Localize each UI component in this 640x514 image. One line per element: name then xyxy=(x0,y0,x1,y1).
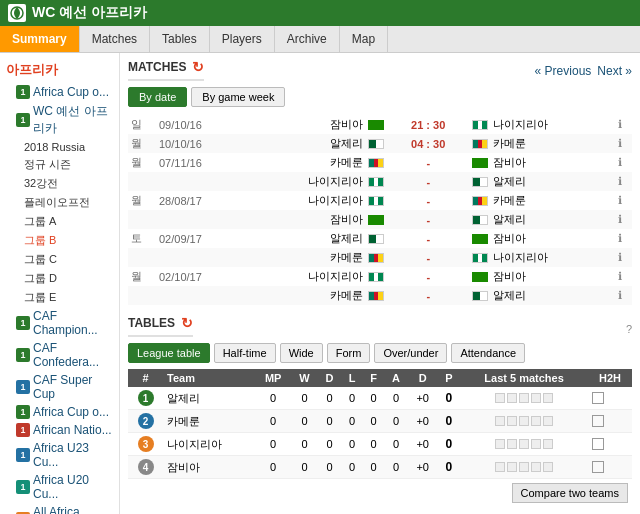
matches-prev-btn[interactable]: « Previous xyxy=(535,64,592,78)
match-away: 잠비아 xyxy=(467,153,607,172)
col-diff: D xyxy=(408,369,438,387)
filter-wide[interactable]: Wide xyxy=(280,343,323,363)
sidebar-item-u20[interactable]: 1 Africa U20 Cu... xyxy=(0,471,119,503)
sidebar-item-africa-cup[interactable]: 1 Africa Cup o... xyxy=(0,83,119,101)
sidebar-label: Africa Cup o... xyxy=(33,405,109,419)
tables-title: TABLES xyxy=(128,316,175,330)
table-row: 4 잠비아 0 0 0 0 0 0 +0 0 xyxy=(128,456,632,479)
flag-zm xyxy=(368,215,384,225)
col-p: P xyxy=(438,369,460,387)
h2h-cell[interactable] xyxy=(588,410,632,433)
sidebar-sub-groupE[interactable]: 그룹 E xyxy=(0,288,119,307)
last5-box xyxy=(495,393,505,403)
match-info-icon[interactable]: ℹ xyxy=(607,191,632,210)
match-info-icon[interactable]: ℹ xyxy=(607,153,632,172)
help-icon[interactable]: ? xyxy=(626,323,632,335)
h2h-checkbox[interactable] xyxy=(592,392,604,404)
mp-cell: 0 xyxy=(255,387,291,410)
sidebar-sub-playoff[interactable]: 플레이오프전 xyxy=(0,193,119,212)
match-home: 카메룬 xyxy=(249,248,389,267)
compare-teams-button[interactable]: Compare two teams xyxy=(512,483,628,503)
filter-form[interactable]: Form xyxy=(327,343,371,363)
nav-matches[interactable]: Matches xyxy=(80,26,150,52)
sidebar-sub-groupD[interactable]: 그룹 D xyxy=(0,269,119,288)
sidebar-item-caf-super[interactable]: 1 CAF Super Cup xyxy=(0,371,119,403)
last5-box xyxy=(507,393,517,403)
matches-section: MATCHES ↻ « Previous Next » By date By g… xyxy=(128,59,632,305)
match-date xyxy=(156,286,249,305)
sidebar-item-allafrica[interactable]: 1 All Africa Games xyxy=(0,503,119,514)
col-d: D xyxy=(318,369,341,387)
match-info-icon[interactable]: ℹ xyxy=(607,115,632,134)
match-info-icon[interactable]: ℹ xyxy=(607,286,632,305)
last5-box xyxy=(543,416,553,426)
match-date xyxy=(156,210,249,229)
h2h-checkbox[interactable] xyxy=(592,461,604,473)
w-cell: 0 xyxy=(291,410,318,433)
nav-summary[interactable]: Summary xyxy=(0,26,80,52)
h2h-checkbox[interactable] xyxy=(592,438,604,450)
match-info-icon[interactable]: ℹ xyxy=(607,210,632,229)
sidebar-item-caf-conf[interactable]: 1 CAF Confedera... xyxy=(0,339,119,371)
match-info-icon[interactable]: ℹ xyxy=(607,229,632,248)
team-cell: 잠비아 xyxy=(163,456,255,479)
sidebar-sub-2018[interactable]: 2018 Russia xyxy=(0,139,119,155)
nav-map[interactable]: Map xyxy=(340,26,388,52)
h2h-cell[interactable] xyxy=(588,387,632,410)
flag-dz xyxy=(472,215,488,225)
sidebar-item-wc[interactable]: 1 WC 예선 아프리카 xyxy=(0,101,119,139)
d-cell: 0 xyxy=(318,410,341,433)
h2h-cell[interactable] xyxy=(588,433,632,456)
rank-badge-3: 3 xyxy=(138,436,154,452)
last5-box xyxy=(519,439,529,449)
matches-next-btn[interactable]: Next » xyxy=(597,64,632,78)
nav-players[interactable]: Players xyxy=(210,26,275,52)
sidebar-sub-season[interactable]: 정규 시즌 xyxy=(0,155,119,174)
filter-overunder[interactable]: Over/under xyxy=(374,343,447,363)
sidebar-sub-groupA[interactable]: 그룹 A xyxy=(0,212,119,231)
l-cell: 0 xyxy=(341,387,363,410)
last5-box xyxy=(543,462,553,472)
sidebar-label: CAF Confedera... xyxy=(33,341,115,369)
flag-cm xyxy=(368,158,384,168)
match-away: 나이지리아 xyxy=(467,248,607,267)
nav-tables[interactable]: Tables xyxy=(150,26,210,52)
sidebar-sub-32[interactable]: 32강전 xyxy=(0,174,119,193)
sidebar-item-u23[interactable]: 1 Africa U23 Cu... xyxy=(0,439,119,471)
last5-cell xyxy=(460,410,588,433)
mp-cell: 0 xyxy=(255,433,291,456)
filter-by-date[interactable]: By date xyxy=(128,87,187,107)
sidebar-sub-groupC[interactable]: 그룹 C xyxy=(0,250,119,269)
table-row: 3 나이지리아 0 0 0 0 0 0 +0 0 xyxy=(128,433,632,456)
match-home: 잠비아 xyxy=(249,210,389,229)
flag-zm xyxy=(472,158,488,168)
match-info-icon[interactable]: ℹ xyxy=(607,134,632,153)
nav-archive[interactable]: Archive xyxy=(275,26,340,52)
sidebar-item-africa-cup2[interactable]: 1 Africa Cup o... xyxy=(0,403,119,421)
last5-box xyxy=(495,439,505,449)
match-score: - xyxy=(389,210,467,229)
matches-nav: « Previous Next » xyxy=(529,64,632,78)
sidebar-sub-groupB[interactable]: 그룹 B xyxy=(0,231,119,250)
flag-dz xyxy=(368,234,384,244)
sidebar-item-african-nat[interactable]: 1 African Natio... xyxy=(0,421,119,439)
filter-attendance[interactable]: Attendance xyxy=(451,343,525,363)
h2h-cell[interactable] xyxy=(588,456,632,479)
filter-by-gameweek[interactable]: By game week xyxy=(191,87,285,107)
match-day: 월 xyxy=(128,153,156,172)
match-info-icon[interactable]: ℹ xyxy=(607,248,632,267)
a-cell: 0 xyxy=(384,456,407,479)
w-cell: 0 xyxy=(291,433,318,456)
flag-cm xyxy=(472,139,488,149)
h2h-checkbox[interactable] xyxy=(592,415,604,427)
match-info-icon[interactable]: ℹ xyxy=(607,267,632,286)
sidebar-item-caf-champ[interactable]: 1 CAF Champion... xyxy=(0,307,119,339)
match-row: 월 28/08/17 나이지리아 - 카메룬 ℹ xyxy=(128,191,632,210)
flag-zm xyxy=(472,234,488,244)
filter-league-table[interactable]: League table xyxy=(128,343,210,363)
match-day xyxy=(128,172,156,191)
match-day: 월 xyxy=(128,191,156,210)
match-info-icon[interactable]: ℹ xyxy=(607,172,632,191)
match-date: 07/11/16 xyxy=(156,153,249,172)
filter-halftime[interactable]: Half-time xyxy=(214,343,276,363)
